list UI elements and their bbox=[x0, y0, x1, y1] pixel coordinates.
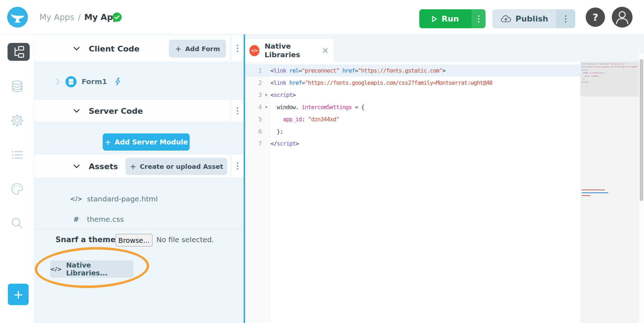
breadcrumb-my-apps[interactable]: My Apps bbox=[39, 13, 74, 22]
help-button-label: ? bbox=[592, 12, 598, 23]
tab-native-libraries[interactable]: </> Native Libraries × bbox=[245, 39, 334, 62]
collapse-chevron-icon[interactable] bbox=[73, 164, 80, 169]
sidebar-item-app-browser[interactable] bbox=[8, 43, 30, 61]
assets-title: Assets bbox=[89, 162, 118, 171]
run-button[interactable]: Run bbox=[419, 9, 472, 28]
create-or-upload-asset-button[interactable]: + Create or upload Asset bbox=[126, 158, 227, 175]
client-code-section-header: Client Code + Add Form bbox=[34, 34, 244, 62]
server-code-section-header: Server Code bbox=[34, 99, 244, 122]
kebab-icon bbox=[237, 162, 238, 170]
add-server-module-button[interactable]: + Add Server Module bbox=[103, 133, 190, 151]
asset-item-theme-css[interactable]: # theme.css bbox=[70, 213, 124, 226]
create-or-upload-asset-label: Create or upload Asset bbox=[140, 163, 223, 170]
top-header: My Apps / My App Run bbox=[0, 0, 644, 34]
server-code-list: + Add Server Module bbox=[34, 122, 244, 154]
assets-list: </> standard-page.html # theme.css bbox=[34, 178, 244, 229]
close-tab-icon[interactable]: × bbox=[322, 46, 329, 55]
cloud-upload-icon bbox=[500, 15, 512, 23]
user-avatar-icon bbox=[612, 7, 633, 28]
add-server-module-label: Add Server Module bbox=[115, 138, 188, 146]
minimap[interactable]: 1<link rel="preconnect" href="https://fo… bbox=[580, 62, 639, 323]
collapse-chevron-icon[interactable] bbox=[73, 108, 80, 113]
minimap-code: 1<link rel="preconnect" href="https://fo… bbox=[581, 62, 639, 84]
plus-icon: + bbox=[104, 138, 111, 147]
css-file-icon: # bbox=[70, 215, 83, 223]
asset-name: theme.css bbox=[87, 215, 124, 224]
code-lines[interactable]: 1<link rel="preconnect" href="https://fo… bbox=[245, 62, 580, 150]
add-form-button[interactable]: + Add Form bbox=[169, 40, 226, 58]
publish-button[interactable]: Publish bbox=[492, 9, 556, 28]
scrollbar-thumb[interactable] bbox=[640, 59, 643, 201]
sidebar-item-data-tables[interactable] bbox=[10, 79, 25, 94]
gear-icon bbox=[10, 113, 24, 128]
kebab-icon bbox=[565, 15, 566, 23]
add-component-button[interactable]: + bbox=[8, 284, 29, 305]
form-item-label: Form1 bbox=[82, 77, 107, 86]
kebab-icon bbox=[237, 107, 238, 114]
sidebar-item-theme[interactable] bbox=[10, 181, 25, 196]
native-libraries-tab-icon: </> bbox=[249, 45, 259, 56]
code-brackets-icon: </> bbox=[50, 266, 62, 273]
run-options-button[interactable] bbox=[472, 9, 486, 28]
svg-text:<>: <> bbox=[69, 80, 73, 83]
publish-button-group: Publish bbox=[492, 9, 575, 28]
breadcrumb: My Apps / My App bbox=[39, 0, 119, 34]
plus-icon: + bbox=[130, 162, 136, 171]
palette-icon bbox=[10, 182, 24, 196]
minimap-extra-marks bbox=[582, 190, 608, 198]
expand-chevron-icon[interactable] bbox=[55, 78, 60, 85]
asset-item-standard-page[interactable]: </> standard-page.html bbox=[70, 192, 158, 205]
editor-scrollbar[interactable] bbox=[639, 54, 644, 323]
publish-options-button[interactable] bbox=[556, 9, 575, 28]
file-selected-status: No file selected. bbox=[156, 235, 214, 244]
html-file-icon: </> bbox=[70, 195, 83, 202]
sidebar-item-app-logs[interactable] bbox=[10, 147, 25, 162]
lightning-icon bbox=[115, 78, 121, 85]
native-libraries-button[interactable]: </> Native Libraries... bbox=[50, 260, 133, 278]
run-button-label: Run bbox=[441, 14, 459, 23]
anvil-logo-icon bbox=[10, 9, 25, 25]
app-saved-badge bbox=[112, 13, 122, 22]
sidebar-item-search[interactable] bbox=[10, 216, 25, 231]
client-code-title: Client Code bbox=[89, 44, 140, 53]
search-icon bbox=[10, 216, 24, 230]
kebab-icon bbox=[237, 45, 238, 52]
server-code-menu-button[interactable] bbox=[231, 99, 244, 122]
native-libraries-label: Native Libraries... bbox=[66, 261, 133, 277]
assets-section-header: Assets + Create or upload Asset bbox=[34, 154, 244, 178]
run-button-group: Run bbox=[419, 9, 486, 28]
snarf-theme-label: Snarf a theme: bbox=[55, 235, 118, 244]
kebab-icon bbox=[478, 15, 479, 23]
help-button[interactable]: ? bbox=[586, 8, 605, 27]
list-icon bbox=[10, 148, 24, 162]
anvil-editor-window: My Apps / My App Run bbox=[0, 0, 644, 323]
check-icon bbox=[112, 13, 122, 22]
plus-icon: + bbox=[175, 44, 181, 53]
editor-tab-bar: </> Native Libraries × bbox=[245, 34, 644, 62]
publish-button-label: Publish bbox=[516, 14, 548, 23]
app-browser-panel: Client Code + Add Form <> F bbox=[34, 34, 244, 323]
breadcrumb-separator: / bbox=[78, 13, 81, 22]
sidebar-item-settings[interactable] bbox=[10, 113, 25, 128]
form-item-form1[interactable]: <> Form1 bbox=[55, 74, 121, 89]
asset-name: standard-page.html bbox=[87, 195, 158, 203]
database-icon bbox=[10, 79, 24, 94]
play-icon bbox=[432, 16, 437, 22]
form-file-icon: <> bbox=[65, 76, 77, 87]
account-button[interactable] bbox=[612, 7, 633, 28]
client-code-list: <> Form1 bbox=[34, 62, 244, 99]
app-browser-tree-icon bbox=[12, 46, 25, 58]
tab-label: Native Libraries bbox=[265, 42, 322, 59]
tool-sidebar: + bbox=[0, 34, 34, 323]
client-code-menu-button[interactable] bbox=[231, 35, 244, 62]
anvil-logo[interactable] bbox=[7, 7, 28, 28]
browse-file-button[interactable]: Browse... bbox=[116, 234, 152, 246]
server-code-title: Server Code bbox=[89, 107, 143, 116]
add-form-label: Add Form bbox=[185, 45, 220, 53]
theme-tools-area: Snarf a theme: Browse... No file selecte… bbox=[34, 229, 244, 323]
collapse-chevron-icon[interactable] bbox=[73, 46, 80, 51]
assets-menu-button[interactable] bbox=[231, 154, 244, 178]
plus-icon: + bbox=[13, 288, 24, 300]
code-editor[interactable]: 1<link rel="preconnect" href="https://fo… bbox=[245, 62, 644, 323]
